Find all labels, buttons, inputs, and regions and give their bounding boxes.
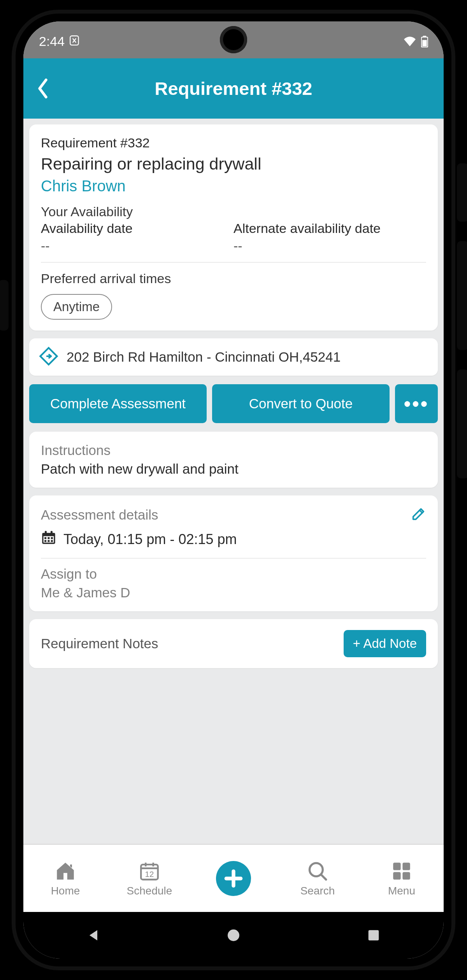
status-battery-saver-icon: [69, 34, 79, 49]
svg-line-25: [321, 875, 326, 879]
add-note-button[interactable]: + Add Note: [344, 630, 426, 657]
tab-search[interactable]: Search: [276, 845, 360, 912]
assessment-card: Assessment details Today, 01:15 pm - 02:…: [29, 495, 438, 611]
tab-home-label: Home: [51, 885, 80, 897]
back-button[interactable]: [31, 77, 54, 100]
svg-text:12: 12: [145, 869, 154, 878]
notes-label: Requirement Notes: [41, 636, 158, 651]
complete-assessment-button[interactable]: Complete Assessment: [29, 384, 207, 423]
svg-point-30: [228, 929, 239, 941]
assessment-details-label: Assessment details: [41, 507, 158, 523]
availability-date-value: --: [41, 238, 234, 254]
svg-rect-27: [402, 863, 410, 870]
svg-rect-12: [48, 537, 50, 539]
preferred-time-pill[interactable]: Anytime: [41, 294, 112, 320]
svg-rect-16: [51, 540, 53, 542]
svg-rect-29: [402, 872, 410, 879]
nav-back[interactable]: [85, 927, 102, 944]
address-text: 202 Birch Rd Hamilton - Cincinnati OH,45…: [67, 349, 341, 365]
requirement-card: Requirement #332 Repairing or replacing …: [29, 124, 438, 331]
preferred-times-label: Preferred arrival times: [41, 271, 426, 286]
instructions-label: Instructions: [41, 443, 426, 458]
nav-home[interactable]: [225, 927, 242, 944]
notes-card: Requirement Notes + Add Note: [29, 619, 438, 668]
wifi-icon: [402, 36, 417, 47]
assign-to-label: Assign to: [41, 566, 426, 582]
more-actions-button[interactable]: •••: [395, 384, 438, 423]
action-row: Complete Assessment Convert to Quote •••: [29, 384, 438, 423]
content-scroll[interactable]: Requirement #332 Repairing or replacing …: [23, 119, 444, 844]
customer-link[interactable]: Chris Brown: [41, 177, 426, 195]
tab-menu[interactable]: Menu: [360, 845, 444, 912]
convert-to-quote-button[interactable]: Convert to Quote: [212, 384, 390, 423]
svg-rect-15: [48, 540, 50, 542]
app-header: Requirement #332: [23, 58, 444, 119]
availability-section-label: Your Availability: [41, 204, 426, 219]
requirement-id: Requirement #332: [41, 135, 426, 150]
bottom-tabbar: Home 12 Schedule: [23, 844, 444, 912]
directions-icon: [39, 346, 59, 368]
svg-rect-13: [51, 537, 53, 539]
svg-rect-9: [45, 531, 47, 534]
edit-icon[interactable]: [411, 506, 426, 523]
plus-icon: [223, 868, 244, 889]
alt-availability-date-value: --: [234, 238, 426, 254]
svg-rect-14: [44, 540, 46, 542]
battery-icon: [421, 36, 428, 47]
instructions-text: Patch with new drywall and paint: [41, 461, 426, 477]
requirement-title: Repairing or replacing drywall: [41, 154, 426, 173]
status-bar: 2:44: [23, 21, 444, 58]
tab-menu-label: Menu: [388, 885, 415, 897]
svg-rect-11: [44, 537, 46, 539]
tab-search-label: Search: [300, 885, 335, 897]
tab-schedule[interactable]: 12 Schedule: [107, 845, 191, 912]
page-title: Requirement #332: [23, 78, 444, 99]
schedule-icon: 12: [138, 860, 161, 882]
nav-recent[interactable]: [365, 927, 383, 944]
svg-rect-5: [422, 40, 427, 46]
svg-rect-31: [369, 930, 379, 941]
tab-schedule-label: Schedule: [127, 885, 172, 897]
tab-add[interactable]: [191, 845, 276, 912]
alt-availability-date-label: Alternate availability date: [234, 221, 426, 236]
assign-to-value: Me & James D: [41, 585, 426, 600]
tab-home[interactable]: Home: [23, 845, 107, 912]
status-time: 2:44: [39, 34, 65, 49]
svg-rect-10: [51, 531, 53, 534]
svg-rect-28: [393, 872, 400, 879]
system-nav-bar: [23, 912, 444, 959]
search-icon: [306, 860, 329, 882]
instructions-card: Instructions Patch with new drywall and …: [29, 432, 438, 488]
availability-date-label: Availability date: [41, 221, 234, 236]
svg-rect-26: [393, 863, 400, 870]
menu-grid-icon: [390, 860, 413, 882]
assessment-datetime: Today, 01:15 pm - 02:15 pm: [63, 531, 237, 548]
address-card[interactable]: 202 Birch Rd Hamilton - Cincinnati OH,45…: [29, 338, 438, 376]
calendar-icon: [41, 530, 56, 549]
home-icon: [54, 860, 77, 882]
add-fab[interactable]: [216, 861, 251, 896]
